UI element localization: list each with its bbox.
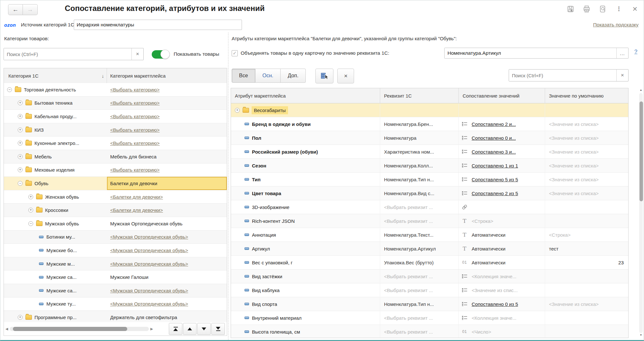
hscroll-track[interactable] [10, 327, 149, 331]
default-value-cell[interactable] [545, 283, 628, 297]
category-tree-row[interactable]: Мужские са...Мужские Галоши [4, 270, 227, 284]
expand-icon[interactable]: + [18, 100, 23, 105]
categories-search-clear-icon[interactable]: × [131, 48, 143, 60]
attribute-row[interactable]: Бренд в одежде и обувиНоменклатура.Брен.… [231, 117, 628, 131]
mapping-cell[interactable]: Сопоставлено 1 из 1 [459, 159, 545, 172]
expand-icon[interactable]: + [18, 128, 23, 132]
attribute-cell[interactable]: Вид спорта [231, 297, 380, 311]
vscroll-thumb[interactable] [639, 101, 643, 201]
attribute-row[interactable]: Внутренний материал<Выбрать реквизит ...… [231, 311, 628, 325]
rekvizit-cell[interactable]: Упаковка.Вес (брутто) [380, 256, 459, 269]
column-rekvizit-1c[interactable]: Реквизит 1С [380, 88, 459, 103]
category-tree-row[interactable]: +Кабельная проду...<Выбрать категорию> [4, 110, 227, 123]
category-tree-row[interactable]: +Программные пр...Держатель для светофил… [4, 311, 227, 322]
marketplace-category-cell[interactable]: <Выбрать категорию> [107, 123, 227, 137]
hscroll-thumb[interactable] [13, 327, 127, 331]
attribute-row[interactable]: АннотацияНоменклатура.Текст...TАвтоматич… [231, 228, 628, 242]
mapping-link[interactable]: Сопоставлено 3 и... [472, 149, 516, 155]
clear-filter-button[interactable]: × [337, 69, 354, 83]
source-input[interactable] [74, 20, 242, 30]
marketplace-category-cell[interactable]: Мужская Ортопедическая обувь [107, 217, 227, 230]
default-value-cell[interactable]: тест [545, 242, 628, 255]
attribute-cell[interactable]: +Весогабариты [231, 103, 380, 117]
attribute-row[interactable]: Rich-контент JSON<Выбрать реквизит ...T<… [231, 214, 628, 228]
expand-icon[interactable]: + [18, 154, 23, 159]
attribute-row[interactable]: ПолНоменклатураСопоставлено 0 и...<Значе… [231, 131, 628, 145]
attribute-row[interactable]: 3D-изображение<Выбрать реквизит ... [231, 200, 628, 214]
mapping-cell[interactable]: 01<Число> [459, 325, 545, 338]
choose-category-link[interactable]: <Мужская Ортопедическая обувь> [110, 288, 188, 293]
rekvizit-cell[interactable]: <Выбрать реквизит ... [380, 214, 459, 228]
category-tree-row[interactable]: Мужские са...<Мужская Ортопедическая обу… [4, 284, 227, 298]
tab-all[interactable]: Все [232, 69, 255, 83]
category-tree-row[interactable]: +Кроссовки<Балетки для девочки> [4, 204, 227, 217]
attributes-search-input[interactable] [509, 70, 616, 81]
mapping-cell[interactable]: TАвтоматически [459, 228, 545, 242]
save-icon[interactable] [566, 5, 575, 13]
rekvizit-cell[interactable]: Номенклатура.Тип н... [380, 173, 459, 186]
category-1c-cell[interactable]: Ботинки му... [4, 231, 107, 244]
attribute-row[interactable]: Вес с упаковкой, гУпаковка.Вес (брутто)0… [231, 256, 628, 270]
category-tree-row[interactable]: +МебельМебель для бизнеса [4, 150, 227, 164]
category-tree-row[interactable]: −Торговая деятельность<Выбрать категорию… [4, 83, 227, 97]
merge-checkbox-label[interactable]: Объединять товары в одну карточку по зна… [241, 50, 389, 56]
default-value-cell[interactable]: <Значение из списка> [545, 159, 628, 172]
vscroll-up-icon[interactable]: ▲ [639, 89, 643, 92]
marketplace-category-cell[interactable]: <Выбрать категорию> [107, 137, 227, 150]
attribute-cell[interactable]: Аннотация [231, 228, 380, 242]
marketplace-category-cell[interactable]: Мужские Галоши [107, 270, 227, 284]
category-1c-cell[interactable]: +Женская обувь [4, 190, 107, 204]
mapping-cell[interactable]: T<Строка> [459, 214, 545, 228]
choose-category-link[interactable]: <Выбрать категорию> [110, 114, 160, 119]
rekvizit-cell[interactable]: Номенклатура.Текст... [380, 228, 459, 242]
mapping-cell[interactable]: <Коллекция значе... [459, 311, 545, 325]
mapping-link[interactable]: Сопоставлено 0 и... [472, 135, 516, 141]
rekvizit-cell[interactable]: <Выбрать реквизит ... [380, 283, 459, 297]
choose-category-link[interactable]: <Выбрать категорию> [110, 127, 160, 133]
category-1c-cell[interactable]: −Обувь [4, 177, 107, 190]
selected-marketplace-category[interactable]: Балетки для девочки [107, 177, 227, 190]
category-tree-row[interactable]: +Женская обувь<Балетки для девочки> [4, 190, 227, 204]
expand-icon[interactable]: + [235, 108, 240, 113]
marketplace-category-cell[interactable]: <Выбрать категорию> [107, 97, 227, 110]
rekvizit-cell[interactable]: Номенклатура.Тип н... [380, 297, 459, 311]
default-value-cell[interactable] [545, 325, 628, 338]
choose-category-link[interactable]: <Мужская Ортопедическая обувь> [110, 234, 188, 240]
default-value-cell[interactable]: <Значение из списка> [545, 131, 628, 145]
attribute-row[interactable]: Высота голенища, см<Выбрать реквизит ...… [231, 325, 628, 338]
attribute-cell[interactable]: Пол [231, 131, 380, 145]
merge-rekvizit-input[interactable] [445, 48, 616, 58]
category-tree-row[interactable]: Ботинки му...<Мужская Ортопедическая обу… [4, 231, 227, 244]
rekvizit-cell[interactable]: <Выбрать реквизит ... [380, 311, 459, 325]
category-1c-cell[interactable]: +Кабельная проду... [4, 110, 107, 123]
default-value-cell[interactable]: <Значение из списка> [545, 173, 628, 186]
category-tree-row[interactable]: +Кухонные электро...<Выбрать категорию> [4, 137, 227, 150]
attribute-group-row[interactable]: +Весогабариты [231, 103, 628, 117]
print-icon[interactable] [582, 5, 591, 13]
attribute-row[interactable]: ТипНоменклатура.Тип н...Сопоставлено 5 и… [231, 173, 628, 186]
close-icon[interactable]: ✕ [631, 5, 639, 13]
choose-category-link[interactable]: <Балетки для девочки> [110, 194, 163, 200]
category-1c-cell[interactable]: +КИЗ [4, 123, 107, 137]
mapping-cell[interactable] [459, 200, 545, 214]
scroll-first-button[interactable] [169, 323, 182, 335]
category-tree-row[interactable]: +Бытовая техника<Выбрать категорию> [4, 97, 227, 110]
marketplace-category-cell[interactable]: <Мужская Ортопедическая обувь> [107, 244, 227, 257]
marketplace-category-cell[interactable]: <Балетки для девочки> [107, 204, 227, 217]
default-value-cell[interactable]: <Значение из списка> [545, 186, 628, 200]
mapping-link[interactable]: Сопоставлено 5 из 5 [472, 177, 518, 182]
expand-icon[interactable]: + [28, 208, 33, 213]
category-1c-cell[interactable]: +Кроссовки [4, 204, 107, 217]
column-value-mapping[interactable]: Сопоставление значений [459, 88, 545, 103]
category-1c-cell[interactable]: Мужские ту... [4, 298, 107, 311]
attribute-row[interactable]: Российский размер (обуви)Характеристика … [231, 145, 628, 159]
category-tree-row[interactable]: −ОбувьБалетки для девочки [4, 177, 227, 190]
rekvizit-cell[interactable]: Номенклатура.Брен... [380, 117, 459, 131]
scroll-down-button[interactable] [197, 323, 211, 335]
attribute-row[interactable]: СезонНоменклатура.Колл...Сопоставлено 1 … [231, 159, 628, 173]
default-value-cell[interactable]: <Значение из списка> [545, 117, 628, 131]
vscroll-track[interactable] [639, 93, 643, 333]
forward-button[interactable]: → [23, 4, 38, 15]
panel-splitter[interactable] [228, 33, 228, 340]
expand-icon[interactable]: + [18, 114, 23, 119]
